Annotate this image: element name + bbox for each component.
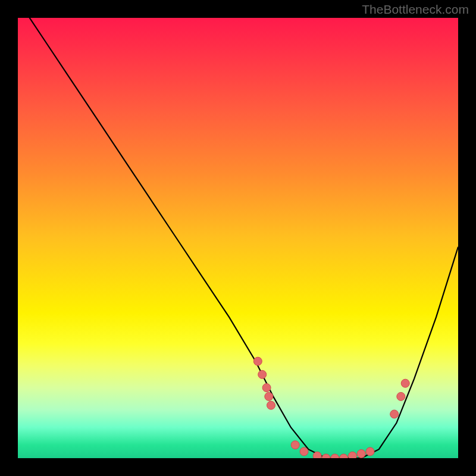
watermark-text: TheBottleneck.com	[362, 2, 469, 17]
data-marker	[300, 447, 308, 456]
plot-area	[18, 18, 458, 458]
data-marker	[313, 452, 321, 458]
chart-svg	[18, 18, 458, 458]
data-marker	[322, 454, 330, 458]
data-marker	[401, 379, 409, 387]
marker-group	[253, 357, 409, 458]
data-marker	[258, 370, 267, 378]
data-marker	[348, 452, 356, 458]
data-marker	[262, 384, 271, 392]
data-marker	[357, 450, 365, 458]
bottleneck-curve	[18, 18, 458, 458]
data-marker	[331, 454, 339, 458]
data-marker	[291, 441, 299, 449]
data-marker	[390, 410, 399, 418]
data-marker	[267, 401, 275, 409]
data-marker	[253, 357, 262, 365]
data-marker	[397, 392, 405, 400]
data-marker	[265, 392, 273, 400]
data-marker	[340, 454, 348, 458]
data-marker	[366, 447, 374, 456]
